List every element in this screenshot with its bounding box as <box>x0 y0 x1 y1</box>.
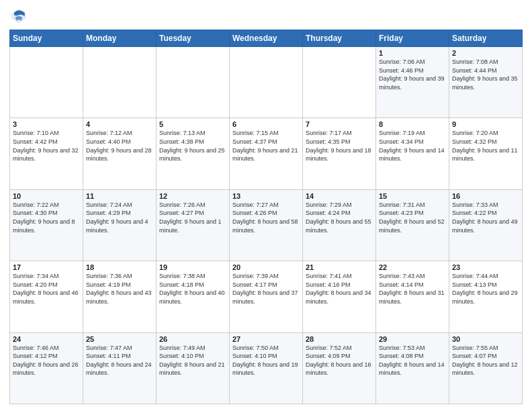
calendar-cell: 14Sunrise: 7:29 AM Sunset: 4:24 PM Dayli… <box>303 189 376 261</box>
calendar-cell: 3Sunrise: 7:10 AM Sunset: 4:42 PM Daylig… <box>10 118 83 189</box>
calendar-cell: 23Sunrise: 7:44 AM Sunset: 4:13 PM Dayli… <box>449 261 523 332</box>
day-info: Sunrise: 7:20 AM Sunset: 4:32 PM Dayligh… <box>452 129 519 163</box>
day-info: Sunrise: 7:52 AM Sunset: 4:09 PM Dayligh… <box>306 344 373 377</box>
day-number: 12 <box>159 192 226 200</box>
day-number: 1 <box>379 49 446 57</box>
weekday-header: Monday <box>83 30 157 47</box>
day-info: Sunrise: 7:53 AM Sunset: 4:08 PM Dayligh… <box>379 344 446 377</box>
day-info: Sunrise: 7:44 AM Sunset: 4:13 PM Dayligh… <box>452 272 519 306</box>
calendar-cell <box>10 47 83 118</box>
weekday-header-row: SundayMondayTuesdayWednesdayThursdayFrid… <box>10 30 523 47</box>
day-number: 25 <box>86 335 153 343</box>
day-info: Sunrise: 7:38 AM Sunset: 4:18 PM Dayligh… <box>159 272 226 306</box>
calendar-cell: 4Sunrise: 7:12 AM Sunset: 4:40 PM Daylig… <box>83 118 157 189</box>
logo-icon <box>9 7 28 26</box>
day-info: Sunrise: 7:26 AM Sunset: 4:27 PM Dayligh… <box>159 201 226 234</box>
day-info: Sunrise: 7:12 AM Sunset: 4:40 PM Dayligh… <box>86 129 153 163</box>
day-info: Sunrise: 7:19 AM Sunset: 4:34 PM Dayligh… <box>379 129 446 163</box>
calendar-cell: 30Sunrise: 7:55 AM Sunset: 4:07 PM Dayli… <box>449 332 523 404</box>
day-info: Sunrise: 7:39 AM Sunset: 4:17 PM Dayligh… <box>232 272 300 306</box>
day-number: 21 <box>306 263 373 271</box>
day-info: Sunrise: 7:24 AM Sunset: 4:29 PM Dayligh… <box>86 201 153 234</box>
day-info: Sunrise: 7:33 AM Sunset: 4:22 PM Dayligh… <box>452 201 519 234</box>
calendar-cell: 16Sunrise: 7:33 AM Sunset: 4:22 PM Dayli… <box>449 189 523 261</box>
weekday-header: Saturday <box>449 30 523 47</box>
day-info: Sunrise: 7:55 AM Sunset: 4:07 PM Dayligh… <box>452 344 519 377</box>
day-info: Sunrise: 7:36 AM Sunset: 4:19 PM Dayligh… <box>86 272 153 306</box>
weekday-header: Tuesday <box>157 30 230 47</box>
day-info: Sunrise: 7:10 AM Sunset: 4:42 PM Dayligh… <box>13 129 80 163</box>
day-info: Sunrise: 7:49 AM Sunset: 4:10 PM Dayligh… <box>159 344 226 377</box>
day-info: Sunrise: 7:27 AM Sunset: 4:26 PM Dayligh… <box>232 201 300 234</box>
calendar-cell: 27Sunrise: 7:50 AM Sunset: 4:10 PM Dayli… <box>230 332 303 404</box>
calendar-cell <box>83 47 157 118</box>
day-info: Sunrise: 7:31 AM Sunset: 4:23 PM Dayligh… <box>379 201 446 234</box>
calendar-week-row: 24Sunrise: 7:46 AM Sunset: 4:12 PM Dayli… <box>10 332 523 404</box>
weekday-header: Wednesday <box>230 30 303 47</box>
calendar: SundayMondayTuesdayWednesdayThursdayFrid… <box>9 30 523 404</box>
day-info: Sunrise: 7:29 AM Sunset: 4:24 PM Dayligh… <box>306 201 373 234</box>
calendar-week-row: 17Sunrise: 7:34 AM Sunset: 4:20 PM Dayli… <box>10 261 523 332</box>
day-number: 2 <box>452 49 519 57</box>
weekday-header: Friday <box>376 30 449 47</box>
calendar-cell: 19Sunrise: 7:38 AM Sunset: 4:18 PM Dayli… <box>157 261 230 332</box>
page: SundayMondayTuesdayWednesdayThursdayFrid… <box>0 0 532 411</box>
day-number: 8 <box>379 120 446 128</box>
day-number: 22 <box>379 263 446 271</box>
weekday-header: Sunday <box>10 30 83 47</box>
day-info: Sunrise: 7:13 AM Sunset: 4:38 PM Dayligh… <box>159 129 226 163</box>
day-info: Sunrise: 7:34 AM Sunset: 4:20 PM Dayligh… <box>13 272 80 306</box>
day-number: 10 <box>13 192 80 200</box>
calendar-cell: 13Sunrise: 7:27 AM Sunset: 4:26 PM Dayli… <box>230 189 303 261</box>
header <box>9 7 523 26</box>
calendar-cell <box>157 47 230 118</box>
day-number: 29 <box>379 335 446 343</box>
day-number: 30 <box>452 335 519 343</box>
day-number: 4 <box>86 120 153 128</box>
day-number: 3 <box>13 120 80 128</box>
day-info: Sunrise: 7:08 AM Sunset: 4:44 PM Dayligh… <box>452 58 519 91</box>
calendar-cell: 12Sunrise: 7:26 AM Sunset: 4:27 PM Dayli… <box>157 189 230 261</box>
calendar-week-row: 1Sunrise: 7:06 AM Sunset: 4:46 PM Daylig… <box>10 47 523 118</box>
calendar-cell: 7Sunrise: 7:17 AM Sunset: 4:35 PM Daylig… <box>303 118 376 189</box>
calendar-cell: 9Sunrise: 7:20 AM Sunset: 4:32 PM Daylig… <box>449 118 523 189</box>
calendar-cell: 22Sunrise: 7:43 AM Sunset: 4:14 PM Dayli… <box>376 261 449 332</box>
day-number: 27 <box>232 335 300 343</box>
calendar-cell: 20Sunrise: 7:39 AM Sunset: 4:17 PM Dayli… <box>230 261 303 332</box>
day-info: Sunrise: 7:22 AM Sunset: 4:30 PM Dayligh… <box>13 201 80 234</box>
calendar-cell: 15Sunrise: 7:31 AM Sunset: 4:23 PM Dayli… <box>376 189 449 261</box>
day-number: 24 <box>13 335 80 343</box>
calendar-cell: 11Sunrise: 7:24 AM Sunset: 4:29 PM Dayli… <box>83 189 157 261</box>
calendar-cell: 26Sunrise: 7:49 AM Sunset: 4:10 PM Dayli… <box>157 332 230 404</box>
calendar-cell <box>303 47 376 118</box>
day-info: Sunrise: 7:41 AM Sunset: 4:16 PM Dayligh… <box>306 272 373 306</box>
calendar-cell: 17Sunrise: 7:34 AM Sunset: 4:20 PM Dayli… <box>10 261 83 332</box>
day-number: 9 <box>452 120 519 128</box>
calendar-cell: 24Sunrise: 7:46 AM Sunset: 4:12 PM Dayli… <box>10 332 83 404</box>
calendar-week-row: 3Sunrise: 7:10 AM Sunset: 4:42 PM Daylig… <box>10 118 523 189</box>
calendar-cell: 29Sunrise: 7:53 AM Sunset: 4:08 PM Dayli… <box>376 332 449 404</box>
day-number: 7 <box>306 120 373 128</box>
day-info: Sunrise: 7:15 AM Sunset: 4:37 PM Dayligh… <box>232 129 300 163</box>
logo <box>9 7 31 26</box>
day-info: Sunrise: 7:46 AM Sunset: 4:12 PM Dayligh… <box>13 344 80 377</box>
calendar-cell: 5Sunrise: 7:13 AM Sunset: 4:38 PM Daylig… <box>157 118 230 189</box>
day-number: 20 <box>232 263 300 271</box>
day-info: Sunrise: 7:17 AM Sunset: 4:35 PM Dayligh… <box>306 129 373 163</box>
day-number: 5 <box>159 120 226 128</box>
day-info: Sunrise: 7:50 AM Sunset: 4:10 PM Dayligh… <box>232 344 300 377</box>
day-info: Sunrise: 7:06 AM Sunset: 4:46 PM Dayligh… <box>379 58 446 91</box>
day-number: 18 <box>86 263 153 271</box>
day-number: 11 <box>86 192 153 200</box>
calendar-cell <box>230 47 303 118</box>
day-number: 19 <box>159 263 226 271</box>
day-number: 6 <box>232 120 300 128</box>
day-info: Sunrise: 7:43 AM Sunset: 4:14 PM Dayligh… <box>379 272 446 306</box>
calendar-week-row: 10Sunrise: 7:22 AM Sunset: 4:30 PM Dayli… <box>10 189 523 261</box>
calendar-cell: 2Sunrise: 7:08 AM Sunset: 4:44 PM Daylig… <box>449 47 523 118</box>
calendar-cell: 25Sunrise: 7:47 AM Sunset: 4:11 PM Dayli… <box>83 332 157 404</box>
day-number: 14 <box>306 192 373 200</box>
calendar-cell: 10Sunrise: 7:22 AM Sunset: 4:30 PM Dayli… <box>10 189 83 261</box>
calendar-cell: 1Sunrise: 7:06 AM Sunset: 4:46 PM Daylig… <box>376 47 449 118</box>
day-number: 26 <box>159 335 226 343</box>
